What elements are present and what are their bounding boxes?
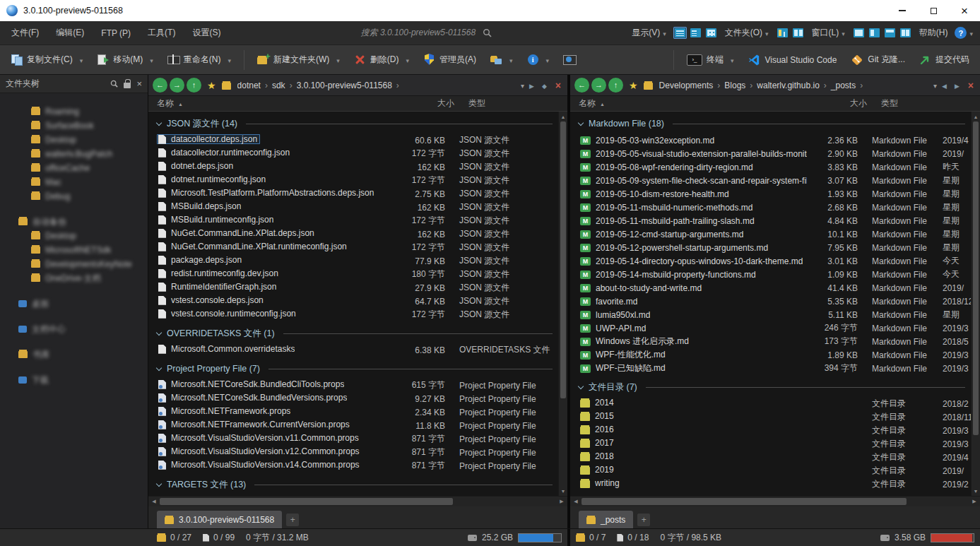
- vertical-scrollbar[interactable]: [971, 112, 980, 496]
- file-row[interactable]: 2019-05-14-directory-opus-windows-10-dar…: [570, 254, 971, 268]
- menubar-item-3[interactable]: 工具(T): [148, 27, 175, 39]
- file-row[interactable]: 2018文件目录2019/4: [570, 451, 971, 464]
- commit-code-button[interactable]: 提交代码: [914, 51, 974, 69]
- file-row[interactable]: datacollector.deps.json60.6 KBJSON 源文件: [148, 133, 558, 147]
- file-row[interactable]: MSBuild.runtimeconfig.json172 字节JSON 源文件: [148, 214, 558, 227]
- file-row[interactable]: Microsoft.Common.overridetasks6.38 KBOVE…: [148, 343, 558, 357]
- pane-action-icon[interactable]: [939, 81, 950, 90]
- chevron-down-icon[interactable]: [403, 55, 409, 65]
- scroll-up-icon[interactable]: [972, 112, 980, 121]
- file-row[interactable]: 2019-05-03-win32exception.md2.36 KBMarkd…: [570, 133, 971, 147]
- file-row[interactable]: dotnet.deps.json162 KBJSON 源文件: [148, 160, 558, 174]
- scrollbar-track[interactable]: [160, 497, 556, 506]
- group-header[interactable]: JSON 源文件 (14): [148, 115, 558, 132]
- file-row[interactable]: 2019-05-11-msbuild-path-trailing-slash.m…: [570, 214, 971, 227]
- file-row[interactable]: Microsoft.NETCoreSdk.BundledCliTools.pro…: [148, 379, 558, 392]
- maximize-button[interactable]: [918, 0, 949, 21]
- scrollbar-thumb[interactable]: [973, 121, 979, 435]
- path-dropdown-icon[interactable]: [933, 81, 937, 90]
- chevron-down-icon[interactable]: [147, 55, 153, 65]
- menu-help[interactable]: 帮助(H): [919, 27, 948, 39]
- file-row[interactable]: vstest.console.runtimeconfig.json172 字节J…: [148, 308, 558, 321]
- layout-horizontal-icon[interactable]: [883, 27, 897, 39]
- pane-action-icon[interactable]: [526, 81, 537, 90]
- file-row[interactable]: 2019-05-12-cmd-startup-arguments.md10.1 …: [570, 227, 971, 241]
- file-row[interactable]: 2019-05-05-visual-studio-extension-paral…: [570, 147, 971, 160]
- menu-folders[interactable]: 文件夹(O): [725, 27, 769, 39]
- chevron-down-icon[interactable]: [507, 55, 513, 65]
- breadcrumb-segment[interactable]: Blogs: [724, 81, 745, 90]
- file-row[interactable]: 2019-05-09-system-file-check-scan-and-re…: [570, 174, 971, 187]
- scroll-down-icon[interactable]: [559, 486, 567, 496]
- back-button[interactable]: [574, 78, 589, 93]
- tree-item[interactable]: SurfaceBook: [0, 119, 148, 133]
- group-header[interactable]: Project Property File (7): [148, 360, 558, 377]
- chevron-down-icon[interactable]: [77, 55, 83, 65]
- tree-item[interactable]: Desktop: [0, 229, 148, 243]
- favorites-star-icon[interactable]: [207, 80, 216, 91]
- horizontal-scrollbar[interactable]: [570, 496, 980, 506]
- file-row[interactable]: UWP-API.md246 字节Markdown File2019/3: [570, 321, 971, 335]
- delete-button[interactable]: 删除(D): [349, 51, 414, 69]
- file-row[interactable]: Microsoft.NETCoreSdk.BundledVersions.pro…: [148, 392, 558, 405]
- menubar-item-2[interactable]: FTP (P): [101, 27, 131, 39]
- scroll-left-icon[interactable]: [570, 499, 581, 504]
- scroll-right-icon[interactable]: [556, 499, 567, 504]
- layout-dual-icon[interactable]: [899, 27, 912, 39]
- file-row[interactable]: 2019-05-14-msbuild-property-functions.md…: [570, 268, 971, 281]
- breadcrumb-segment[interactable]: walterlv.github.io: [757, 81, 820, 90]
- file-row[interactable]: 2014文件目录2018/2: [570, 397, 971, 410]
- close-tree-icon[interactable]: [136, 78, 142, 89]
- scrollbar-track[interactable]: [581, 497, 969, 506]
- file-row[interactable]: lumia950xl.md5.11 KBMarkdown File星期: [570, 308, 971, 321]
- up-button[interactable]: [187, 78, 201, 93]
- vertical-scrollbar[interactable]: [558, 112, 567, 496]
- lock-icon[interactable]: [124, 83, 131, 88]
- new-folder-button[interactable]: 新建文件夹(W): [252, 51, 345, 69]
- menu-window[interactable]: 窗口(L): [812, 27, 845, 39]
- file-row[interactable]: MSBuild.deps.json162 KBJSON 源文件: [148, 201, 558, 214]
- column-name[interactable]: 名称: [157, 97, 406, 109]
- tree-item[interactable]: Mac: [0, 175, 148, 189]
- file-row[interactable]: 2019-05-10-dism-restore-health.md1.93 KB…: [570, 187, 971, 201]
- vscode-button[interactable]: Visual Studio Code: [743, 51, 842, 69]
- minimize-button[interactable]: [887, 0, 918, 21]
- chevron-down-icon[interactable]: [728, 55, 734, 65]
- git-clone-button[interactable]: Git 克隆...: [846, 51, 910, 69]
- scrollbar-thumb[interactable]: [160, 498, 453, 505]
- file-row[interactable]: WPF-已知缺陷.md394 字节Markdown File2019/3: [570, 362, 971, 375]
- tab-right-active[interactable]: _posts: [579, 511, 633, 528]
- file-row[interactable]: Microsoft.VisualStudioVersion.v11.Common…: [148, 432, 558, 446]
- tree-item[interactable]: MicrosoftNETSdk: [0, 243, 148, 257]
- scroll-down-icon[interactable]: [972, 486, 980, 496]
- scroll-up-icon[interactable]: [559, 112, 567, 121]
- pane-action-icon[interactable]: [539, 81, 550, 90]
- group-header[interactable]: TARGETS 文件 (13): [148, 476, 558, 493]
- file-row[interactable]: 2016文件目录2019/3: [570, 424, 971, 437]
- menubar-item-0[interactable]: 文件(F): [11, 27, 39, 39]
- file-row[interactable]: WPF-性能优化.md1.89 KBMarkdown File2019/3: [570, 348, 971, 362]
- scroll-left-icon[interactable]: [148, 499, 160, 504]
- file-row[interactable]: Microsoft.TestPlatform.PlatformAbstracti…: [148, 187, 558, 201]
- close-button[interactable]: [949, 0, 980, 21]
- admin-button[interactable]: 管理员(A): [418, 51, 481, 69]
- folder-options-button[interactable]: [485, 51, 518, 69]
- close-pane-icon[interactable]: [552, 80, 563, 91]
- tree-item[interactable]: OneDrive-文档: [0, 271, 148, 285]
- scrollbar-track[interactable]: [559, 121, 567, 486]
- file-row[interactable]: 2019-05-08-wpf-rendering-dirty-region.md…: [570, 160, 971, 174]
- file-row[interactable]: datacollector.runtimeconfig.json172 字节JS…: [148, 147, 558, 160]
- new-tab-button[interactable]: [637, 514, 650, 526]
- file-row[interactable]: 2017文件目录2019/3: [570, 437, 971, 451]
- chevron-down-icon[interactable]: [543, 55, 550, 65]
- new-tab-button[interactable]: [286, 514, 299, 526]
- tree-item[interactable]: 下载: [0, 373, 148, 387]
- column-size[interactable]: 大小: [406, 97, 461, 109]
- file-row[interactable]: RuntimeIdentifierGraph.json27.9 KBJSON 源…: [148, 281, 558, 295]
- file-row[interactable]: Microsoft.NETFramework.props2.34 KBProje…: [148, 405, 558, 419]
- file-row[interactable]: Microsoft.NETFramework.CurrentVersion.pr…: [148, 419, 558, 432]
- view-list-icon[interactable]: [689, 27, 702, 39]
- close-pane-icon[interactable]: [964, 80, 976, 91]
- file-row[interactable]: writing文件目录2019/2: [570, 477, 971, 491]
- copy-files-button[interactable]: 复制文件(C): [6, 51, 88, 69]
